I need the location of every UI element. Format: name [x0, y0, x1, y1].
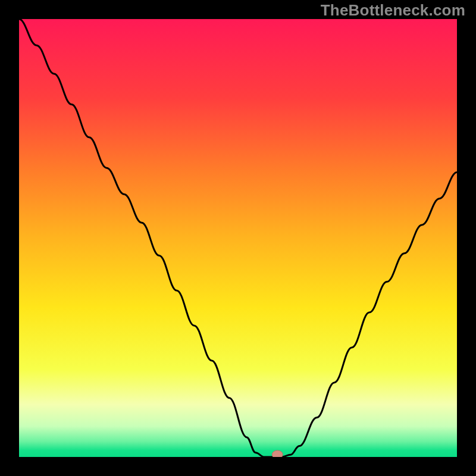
gradient-backdrop: [19, 19, 457, 457]
optimum-marker: [272, 450, 283, 457]
watermark-text: TheBottleneck.com: [321, 1, 465, 20]
bottleneck-chart-svg: [19, 19, 457, 457]
outer-frame: TheBottleneck.com: [0, 0, 476, 476]
plot-area: [19, 19, 457, 457]
